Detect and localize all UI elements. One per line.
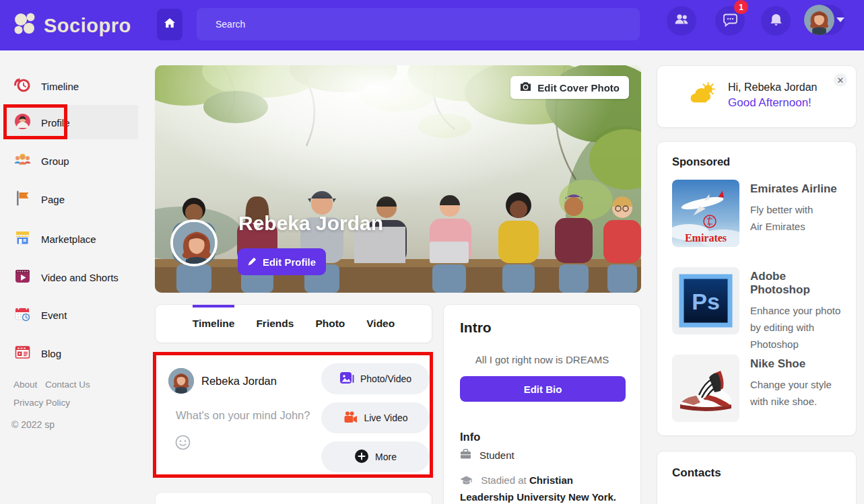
contacts-title: Contacts	[672, 466, 721, 480]
sidebar-item-video-shorts[interactable]: Video and Shorts	[0, 266, 138, 288]
cover-photo-image	[155, 65, 641, 293]
edit-profile-button[interactable]: Edit Profile	[238, 248, 326, 275]
profile-avatar[interactable]	[170, 219, 218, 266]
greeting-card: Hi, Rebeka Jordan Good Afternoon! ✕	[657, 65, 857, 128]
page-flag-icon	[13, 189, 32, 209]
sidebar-item-page[interactable]: Page	[0, 188, 138, 210]
ad-line: Change your style	[750, 376, 832, 393]
brand-name: Sociopro	[44, 15, 131, 37]
video-shorts-icon	[13, 267, 32, 287]
edit-cover-photo-label: Edit Cover Photo	[537, 82, 620, 94]
live-video-label: Live Video	[364, 412, 407, 423]
composer-user-name: Rebeka Jordan	[201, 375, 277, 388]
search-bar	[197, 8, 640, 40]
annotation-box-composer: Rebeka Jordan What's on your mind John? …	[153, 352, 433, 478]
ad-title: Adobe Photoshop	[750, 270, 844, 297]
briefcase-icon	[460, 449, 471, 462]
greeting-time: Good Afternoon!	[728, 96, 818, 110]
sidebar-item-label: Blog	[41, 348, 61, 359]
chat-icon	[723, 12, 738, 30]
ad-line: by editing with	[750, 319, 844, 336]
live-video-icon	[343, 410, 358, 426]
svg-text:Emirates: Emirates	[685, 232, 727, 244]
graduation-cap-icon	[460, 476, 473, 486]
info-title: Info	[460, 431, 480, 443]
copyright-text: © 2022 sp	[11, 419, 55, 430]
ad-nike[interactable]: Nike Shoe Change your style with nike sh…	[672, 355, 844, 422]
notification-badge: 1	[734, 0, 748, 14]
home-button[interactable]	[157, 9, 182, 40]
edit-cover-photo-button[interactable]: Edit Cover Photo	[510, 76, 629, 99]
home-icon	[163, 17, 176, 33]
sociopro-logo-icon	[12, 11, 38, 41]
tab-friends[interactable]: Friends	[256, 305, 294, 343]
live-video-button[interactable]: Live Video	[321, 402, 430, 433]
photo-video-button[interactable]: Photo/Video	[321, 363, 430, 394]
tab-photo[interactable]: Photo	[315, 305, 345, 343]
group-icon	[13, 151, 32, 171]
marketplace-icon	[13, 229, 32, 249]
ad-line: Fly better with	[750, 201, 837, 218]
account-menu[interactable]	[804, 5, 844, 35]
people-icon	[673, 11, 690, 30]
nike-ad-image	[672, 355, 739, 422]
blog-icon	[13, 343, 32, 363]
chevron-down-icon	[836, 17, 844, 22]
photo-video-icon	[339, 371, 354, 388]
studied-row: Stadied at Christian Leadership Universi…	[460, 472, 627, 504]
friend-requests-button[interactable]	[667, 6, 696, 36]
close-icon[interactable]: ✕	[834, 73, 847, 87]
photo-video-label: Photo/Video	[360, 373, 411, 384]
search-input[interactable]	[197, 8, 640, 40]
pencil-icon	[248, 256, 257, 268]
greeting-name: Hi, Rebeka Jordan	[728, 81, 818, 94]
tab-video[interactable]: Video	[366, 305, 395, 343]
ad-line: Photoshop	[750, 336, 844, 353]
profile-tabs: Timeline Friends Photo Video	[155, 304, 432, 343]
occupation-label: Student	[479, 449, 514, 461]
sidebar-item-blog[interactable]: Blog	[0, 343, 138, 364]
profile-name: Rebeka Jordan	[238, 212, 383, 235]
composer-avatar	[168, 368, 194, 394]
cover-photo: Edit Cover Photo Rebeka Jordan Edit Prof…	[155, 65, 641, 293]
sidebar-item-label: Page	[41, 194, 65, 205]
link-about[interactable]: About	[13, 380, 37, 390]
brand-logo[interactable]: Sociopro	[12, 11, 131, 41]
sidebar-item-event[interactable]: Event	[0, 304, 138, 326]
post-composer: Rebeka Jordan What's on your mind John? …	[156, 355, 430, 474]
camera-icon	[520, 81, 531, 94]
intro-card: Intro All I got right now is DREAMS Edit…	[443, 304, 641, 504]
more-button[interactable]: More	[321, 441, 430, 472]
sidebar-item-timeline[interactable]: Timeline	[0, 75, 138, 97]
emoji-icon[interactable]	[175, 435, 191, 453]
sidebar-item-profile[interactable]: Profile	[0, 112, 138, 133]
link-privacy-policy[interactable]: Privacy Policy	[13, 398, 70, 408]
bell-icon	[769, 13, 783, 30]
contacts-card: Contacts	[657, 451, 857, 504]
edit-bio-button[interactable]: Edit Bio	[460, 376, 626, 402]
sidebar-item-group[interactable]: Group	[0, 150, 138, 172]
photoshop-ad-image: Ps	[672, 267, 739, 334]
occupation-row: Student	[460, 449, 514, 462]
link-contact-us[interactable]: Contact Us	[45, 380, 90, 390]
tab-timeline[interactable]: Timeline	[193, 305, 235, 343]
composer-prompt[interactable]: What's on your mind John?	[176, 409, 310, 422]
intro-title: Intro	[460, 320, 492, 336]
ad-title: Emirates Airline	[750, 182, 837, 196]
sidebar-item-label: Event	[41, 310, 67, 321]
top-navbar: Sociopro 1	[0, 0, 864, 50]
sun-cloud-icon	[688, 81, 717, 110]
notifications-button[interactable]	[761, 6, 791, 36]
next-post-card	[155, 492, 432, 504]
ad-line: with nike shoe.	[750, 393, 832, 410]
ad-title: Nike Shoe	[750, 357, 832, 371]
more-label: More	[375, 452, 397, 462]
sidebar-item-label: Group	[41, 155, 69, 167]
sponsored-card: Sponsored Emirates	[657, 141, 857, 436]
ad-emirates[interactable]: Emirates Emirates Airline Fly better wit…	[672, 180, 844, 247]
sidebar-item-marketplace[interactable]: Marketplace	[0, 228, 138, 250]
sidebar-item-label: Marketplace	[41, 233, 96, 245]
ad-photoshop[interactable]: Ps Adobe Photoshop Enhance your photo by…	[672, 267, 844, 353]
navbar-avatar	[804, 5, 834, 35]
sponsored-title: Sponsored	[672, 155, 730, 168]
